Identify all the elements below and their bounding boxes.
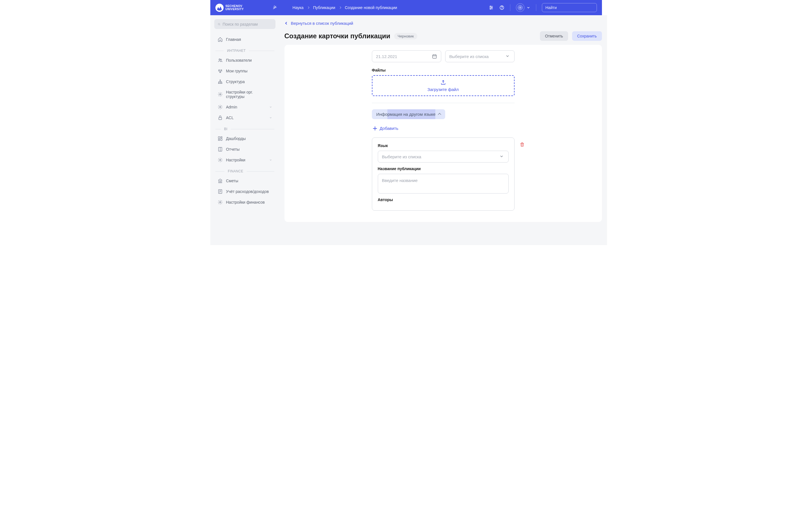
svg-point-41 bbox=[219, 202, 221, 203]
date-field[interactable] bbox=[372, 50, 441, 62]
nav-acl[interactable]: ACL bbox=[214, 112, 275, 123]
chevron-right-icon bbox=[339, 6, 341, 9]
global-search-input[interactable] bbox=[546, 5, 595, 10]
sidebar-search[interactable] bbox=[214, 19, 275, 29]
chevron-down-icon bbox=[499, 154, 504, 159]
chevron-down-icon bbox=[269, 116, 272, 119]
nav-org-settings[interactable]: Настройки орг. структуры bbox=[214, 87, 275, 102]
pub-name-field[interactable] bbox=[378, 174, 509, 193]
language-select-value bbox=[382, 154, 497, 159]
svg-point-11 bbox=[520, 7, 520, 8]
nav-bi-settings[interactable]: Настройки bbox=[214, 155, 275, 165]
users-icon bbox=[218, 58, 223, 63]
bank-icon bbox=[218, 178, 223, 183]
avatar-icon bbox=[516, 3, 524, 12]
chevron-down-icon bbox=[505, 54, 510, 59]
add-language-button[interactable]: Добавить bbox=[372, 125, 400, 132]
svg-point-5 bbox=[491, 7, 492, 8]
breadcrumb-publications[interactable]: Публикации bbox=[313, 5, 335, 10]
cancel-button[interactable]: Отменить bbox=[540, 31, 568, 41]
authors-label: Авторы bbox=[378, 198, 509, 202]
svg-point-24 bbox=[221, 83, 222, 83]
nav-my-groups[interactable]: Мои группы bbox=[214, 66, 275, 76]
dashboard-icon bbox=[218, 136, 223, 141]
svg-point-21 bbox=[220, 80, 220, 80]
file-upload-dropzone[interactable]: Загрузите файл bbox=[372, 75, 515, 96]
svg-rect-30 bbox=[220, 138, 222, 140]
chevron-down-icon bbox=[526, 6, 530, 10]
nav-admin[interactable]: Admin bbox=[214, 102, 275, 112]
calendar-icon[interactable] bbox=[432, 54, 437, 59]
date-input[interactable] bbox=[376, 54, 430, 59]
chevron-right-icon bbox=[307, 6, 309, 9]
nav-structure[interactable]: Структура bbox=[214, 76, 275, 87]
svg-rect-27 bbox=[218, 117, 221, 120]
user-menu[interactable] bbox=[516, 3, 530, 12]
sidebar-search-input[interactable] bbox=[223, 22, 272, 26]
reports-icon bbox=[218, 147, 223, 152]
nav-home[interactable]: Главная bbox=[214, 34, 275, 45]
lock-icon bbox=[218, 115, 223, 120]
group-finance: FINANCE bbox=[214, 169, 275, 173]
chevron-up-icon bbox=[438, 113, 441, 116]
language-select[interactable] bbox=[378, 151, 509, 163]
nav-reports[interactable]: Отчеты bbox=[214, 144, 275, 155]
lang-field-label: Язык bbox=[378, 144, 509, 148]
chevron-left-icon bbox=[285, 22, 288, 25]
chevron-down-icon bbox=[269, 106, 272, 108]
svg-rect-29 bbox=[220, 136, 222, 138]
plus-icon bbox=[373, 126, 377, 130]
divider bbox=[536, 4, 536, 11]
main-content: Вернуться в список публикаций Создание к… bbox=[280, 15, 607, 245]
pub-name-input[interactable] bbox=[382, 178, 504, 187]
breadcrumb-science[interactable]: Наука bbox=[293, 5, 304, 10]
svg-point-14 bbox=[218, 23, 220, 25]
settings-sliders-icon[interactable] bbox=[489, 5, 494, 10]
brand-logo[interactable]: SECHENOVUNIVERSITY bbox=[215, 4, 244, 12]
nav-fin-settings[interactable]: Настройки финансов bbox=[214, 197, 275, 208]
gear-icon bbox=[218, 200, 223, 205]
svg-point-22 bbox=[218, 83, 219, 83]
svg-point-26 bbox=[219, 107, 221, 108]
language-card: Язык Название публикации Авторы bbox=[372, 137, 515, 211]
svg-rect-28 bbox=[218, 136, 220, 138]
svg-point-17 bbox=[220, 59, 221, 60]
global-search[interactable] bbox=[542, 3, 597, 12]
ledger-icon bbox=[218, 189, 223, 194]
pin-icon[interactable] bbox=[272, 5, 277, 10]
save-button[interactable]: Сохранить bbox=[572, 31, 602, 41]
nav-estimates[interactable]: Сметы bbox=[214, 175, 275, 186]
brand-text: SECHENOVUNIVERSITY bbox=[225, 4, 244, 11]
svg-point-16 bbox=[219, 59, 220, 60]
status-badge: Черновик bbox=[394, 33, 417, 40]
gear-icon bbox=[218, 92, 223, 97]
svg-point-6 bbox=[490, 8, 491, 9]
type-select-value bbox=[449, 54, 503, 59]
delete-card-button[interactable] bbox=[520, 142, 525, 147]
help-icon[interactable] bbox=[499, 5, 504, 10]
pub-name-label: Название публикации bbox=[378, 166, 509, 171]
structure-icon bbox=[218, 79, 223, 84]
brand-mark-icon bbox=[215, 4, 223, 12]
gear-icon bbox=[218, 105, 223, 110]
chevron-down-icon bbox=[269, 159, 272, 161]
top-header: SECHENOVUNIVERSITY Наука Публикации Созд… bbox=[210, 0, 602, 15]
svg-point-20 bbox=[220, 71, 221, 72]
nav-dashboards[interactable]: Дашборды bbox=[214, 133, 275, 144]
svg-point-8 bbox=[502, 8, 502, 9]
nav-expenses[interactable]: Учёт расходов/доходов bbox=[214, 186, 275, 197]
other-lang-expander[interactable]: Информация на другом языке bbox=[372, 109, 445, 119]
group-intranet: ИНТРАНЕТ bbox=[214, 49, 275, 53]
divider bbox=[510, 4, 510, 11]
svg-point-4 bbox=[490, 6, 491, 7]
files-label: Файлы bbox=[372, 68, 515, 72]
search-icon bbox=[218, 22, 220, 26]
back-to-list-link[interactable]: Вернуться в список публикаций bbox=[285, 20, 354, 27]
svg-line-15 bbox=[219, 24, 220, 25]
page-title: Создание карточки публикации bbox=[285, 32, 391, 40]
svg-point-19 bbox=[220, 69, 221, 71]
nav-users[interactable]: Пользователи bbox=[214, 55, 275, 66]
svg-point-18 bbox=[218, 69, 220, 71]
svg-rect-42 bbox=[433, 55, 437, 58]
type-select[interactable] bbox=[445, 50, 515, 62]
